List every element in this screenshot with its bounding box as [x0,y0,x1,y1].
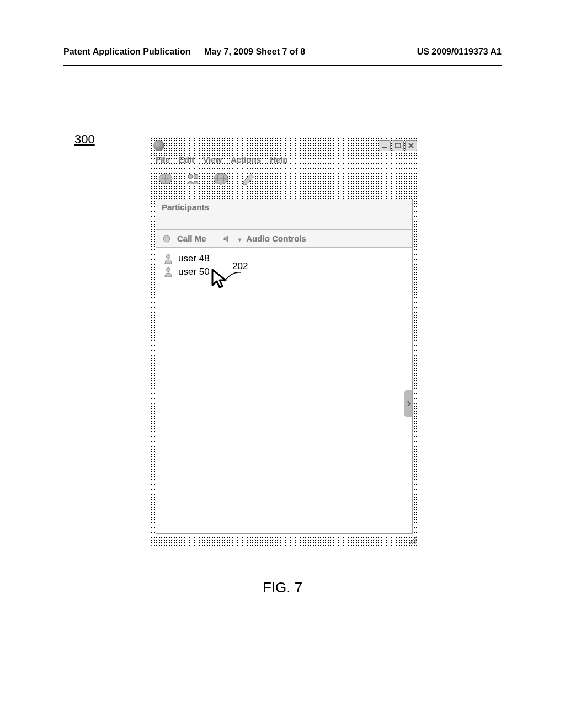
scroll-tab[interactable] [404,390,412,417]
close-button[interactable] [405,140,417,151]
callout-lead-line [224,271,241,282]
svg-point-7 [163,235,170,242]
participant-name: user 50 [178,266,210,277]
cursor-ref-number: 202 [232,261,248,272]
maximize-button[interactable] [392,140,404,151]
figure-caption: FIG. 7 [0,579,565,596]
action-bar: Call Me Audio Controls [156,230,412,248]
menu-bar: File Edit View Actions Help [149,153,419,165]
window-body: Participants Call Me Audio Controls user… [156,199,413,534]
call-me-icon [162,234,172,244]
svg-point-4 [194,174,198,179]
toolbar-icon-4[interactable] [239,170,257,187]
toolbar-icon-3[interactable] [212,170,230,187]
participant-name: user 48 [178,253,210,264]
participants-label: Participants [162,202,209,212]
svg-point-9 [167,268,170,272]
maximize-icon [395,143,401,148]
participant-list: user 48 user 50 202 [156,248,412,533]
header-right: US 2009/0119373 A1 [417,47,502,57]
page-header: Patent Application Publication May 7, 20… [63,47,502,57]
participants-header: Participants [156,199,412,215]
cursor-annotation: 202 [210,269,230,291]
svg-rect-1 [395,143,401,148]
user-icon [164,254,173,264]
header-left: Patent Application Publication [63,47,191,57]
menu-actions[interactable]: Actions [231,155,261,164]
list-item[interactable]: user 50 [164,265,404,279]
user-icon [164,267,173,277]
app-window: File Edit View Actions Help Participants [149,138,419,546]
menu-edit[interactable]: Edit [179,155,194,164]
minimize-icon [381,143,388,148]
svg-rect-0 [382,147,387,148]
audio-icon [222,234,232,244]
call-me-button[interactable]: Call Me [177,234,206,243]
app-icon [153,140,164,151]
menu-file[interactable]: File [156,155,170,164]
title-bar [149,138,419,153]
figure-number: 300 [74,132,95,147]
menu-view[interactable]: View [203,155,222,164]
resize-grip[interactable] [409,536,417,544]
minimize-button[interactable] [379,140,391,151]
svg-point-8 [167,255,170,259]
resize-grip-icon [409,536,417,544]
svg-point-3 [188,174,193,179]
toolbar [149,165,419,192]
list-item[interactable]: user 48 [164,252,404,265]
section-spacer [156,215,412,230]
audio-controls-button[interactable]: Audio Controls [247,234,306,243]
audio-dropdown-caret[interactable] [237,234,241,243]
toolbar-icon-1[interactable] [157,170,174,187]
close-icon [408,143,414,148]
menu-help[interactable]: Help [270,155,288,164]
chevron-right-icon [407,400,411,408]
toolbar-icon-2[interactable] [184,170,202,187]
header-rule [63,65,502,66]
header-mid: May 7, 2009 Sheet 7 of 8 [204,47,305,57]
